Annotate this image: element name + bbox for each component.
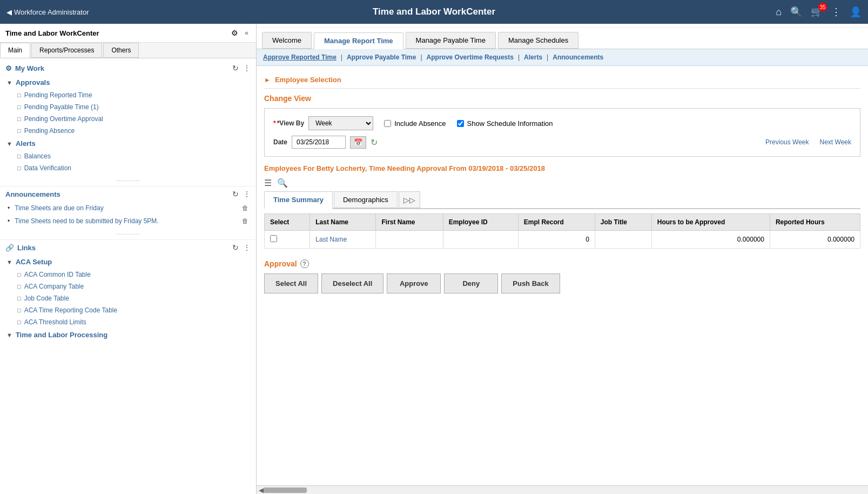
item-icon-dv: □ [17,165,21,171]
col-employee-id: Employee ID [443,214,518,231]
data-verification-item[interactable]: □ Data Verification [13,162,256,174]
sub-nav-approve-reported[interactable]: Approve Reported Time [263,54,337,61]
balances-item[interactable]: □ Balances [13,150,256,162]
sub-nav-announcements[interactable]: Announcements [553,54,603,61]
inner-tabs: Time Summary Demographics ▷▷ [264,191,860,209]
top-bar: ◀ Workforce Administrator Time and Labor… [0,0,868,24]
pending-overtime-item[interactable]: □ Pending Overtime Approval [13,113,256,125]
sub-nav-alerts[interactable]: Alerts [524,54,542,61]
next-week-link[interactable]: Next Week [820,138,851,146]
show-schedule-checkbox[interactable] [457,120,464,127]
pending-reported-time-item[interactable]: □ Pending Reported Time [13,89,256,101]
announcements-more-icon[interactable]: ⋮ [243,190,251,198]
collapse-button[interactable]: « [243,28,251,38]
home-icon[interactable]: ⌂ [776,6,782,18]
item-icon-1: □ [17,104,21,110]
approval-section: Approval ? Select All Deselect All Appro… [264,256,860,293]
cell-last-name[interactable]: Last Name [310,231,376,249]
include-absence-checkbox[interactable] [384,120,391,127]
announcements-refresh-icon[interactable]: ↻ [232,190,239,198]
deselect-all-button[interactable]: Deselect All [321,273,383,293]
employee-selection[interactable]: ► Employee Selection [264,71,860,89]
employees-table: Select Last Name First Name Employee ID … [264,213,860,249]
row-select-checkbox[interactable] [270,235,277,242]
left-panel-tabs: Main Reports/Processes Others [0,43,256,58]
links-refresh-icon[interactable]: ↻ [232,243,239,252]
my-work-refresh-icon[interactable]: ↻ [232,64,239,72]
left-panel: Time and Labor WorkCenter ⚙ « Main Repor… [0,24,257,494]
links-header: 🔗 Links ↻ ⋮ [0,240,256,255]
item-icon-aca4: □ [17,319,21,325]
calendar-button[interactable]: 📅 [350,136,366,149]
help-icon[interactable]: ? [300,259,309,268]
sub-nav: Approve Reported Time | Approve Payable … [257,49,868,66]
cell-select [265,231,310,249]
approvals-header[interactable]: ▼ Approvals [0,76,256,89]
previous-week-link[interactable]: Previous Week [765,138,809,146]
deny-button[interactable]: Deny [444,273,498,293]
announcement-text-1[interactable]: Time Sheets need to be submitted by Frid… [15,217,158,225]
announcement-text-0[interactable]: Time Sheets are due on Friday [15,204,103,212]
cell-empl-record: 0 [518,231,595,249]
tab-arrow-icon[interactable]: ▷▷ [399,191,420,208]
table-settings-icon[interactable]: ☰ [264,178,272,188]
sub-nav-approve-payable[interactable]: Approve Payable Time [347,54,416,61]
select-all-button[interactable]: Select All [264,273,318,293]
gear-icon[interactable]: ⚙ [231,29,238,37]
col-first-name: First Name [376,214,443,231]
item-icon-0: □ [17,92,21,98]
change-view-title: Change View [264,94,860,103]
table-body: Last Name 0 0.000000 0.000000 [265,231,860,249]
my-work-more-icon[interactable]: ⋮ [243,64,251,72]
alerts-header[interactable]: ▼ Alerts [0,137,256,150]
bottom-scrollbar[interactable]: ◀ [257,485,868,494]
pending-absence-item[interactable]: □ Pending Absence [13,125,256,137]
cell-job-title [595,231,651,249]
date-input[interactable] [292,136,346,149]
tab-manage-payable-time[interactable]: Manage Payable Time [406,32,496,49]
more-icon[interactable]: ⋮ [831,6,841,18]
aca-common-id-item[interactable]: □ ACA Common ID Table [13,269,256,281]
tab-others[interactable]: Others [103,43,139,58]
time-labor-header[interactable]: ▼ Time and Labor Processing [0,328,256,342]
user-icon[interactable]: 👤 [850,6,862,18]
table-search-icon[interactable]: 🔍 [277,178,288,188]
aca-company-table-item[interactable]: □ ACA Company Table [13,281,256,292]
job-code-table-item[interactable]: □ Job Code Table [13,292,256,304]
tab-main[interactable]: Main [0,43,30,58]
scroll-thumb[interactable] [264,488,307,493]
change-view-row1: *View By Week Day Month Include Absence [273,116,851,130]
tab-time-summary[interactable]: Time Summary [264,191,333,209]
table-row: Last Name 0 0.000000 0.000000 [265,231,860,249]
sub-nav-approve-overtime[interactable]: Approve Overtime Requests [427,54,514,61]
tab-reports-processes[interactable]: Reports/Processes [31,43,102,58]
approvals-triangle-icon: ▼ [6,79,12,86]
links-more-icon[interactable]: ⋮ [243,243,251,252]
aca-time-reporting-item[interactable]: □ ACA Time Reporting Code Table [13,304,256,316]
tab-manage-report-time[interactable]: Manage Report Time [314,32,403,49]
search-icon[interactable]: 🔍 [790,6,802,18]
tab-welcome[interactable]: Welcome [262,32,312,49]
aca-threshold-item[interactable]: □ ACA Threshold Limits [13,316,256,328]
content-area: ► Employee Selection Change View *View B… [257,66,868,485]
alerts-section: ▼ Alerts □ Balances □ Data Verification [0,137,256,174]
top-bar-right: ⌂ 🔍 🛒 35 ⋮ 👤 [776,6,862,18]
pending-payable-time-item[interactable]: □ Pending Payable Time (1) [13,101,256,113]
cart-badge: 35 [818,3,827,11]
tab-demographics[interactable]: Demographics [334,191,398,208]
scroll-left-arrow[interactable]: ◀ [259,486,264,494]
delete-icon-0[interactable]: 🗑 [242,204,248,212]
announcements-section: Announcements ↻ ⋮ • Time Sheets are due … [0,186,256,228]
view-by-select[interactable]: Week Day Month [308,116,373,130]
back-button[interactable]: ◀ Workforce Administrator [6,8,89,16]
push-back-button[interactable]: Push Back [501,273,560,293]
aca-setup-header[interactable]: ▼ ACA Setup [0,255,256,269]
approve-button[interactable]: Approve [387,273,441,293]
delete-icon-1[interactable]: 🗑 [242,217,248,225]
back-arrow-icon: ◀ [6,8,12,16]
main-tabs: Welcome Manage Report Time Manage Payabl… [257,28,868,49]
item-icon-2: □ [17,116,21,122]
approvals-section: ▼ Approvals □ Pending Reported Time □ Pe… [0,76,256,137]
date-refresh-icon[interactable]: ↻ [371,137,378,148]
tab-manage-schedules[interactable]: Manage Schedules [498,32,578,49]
